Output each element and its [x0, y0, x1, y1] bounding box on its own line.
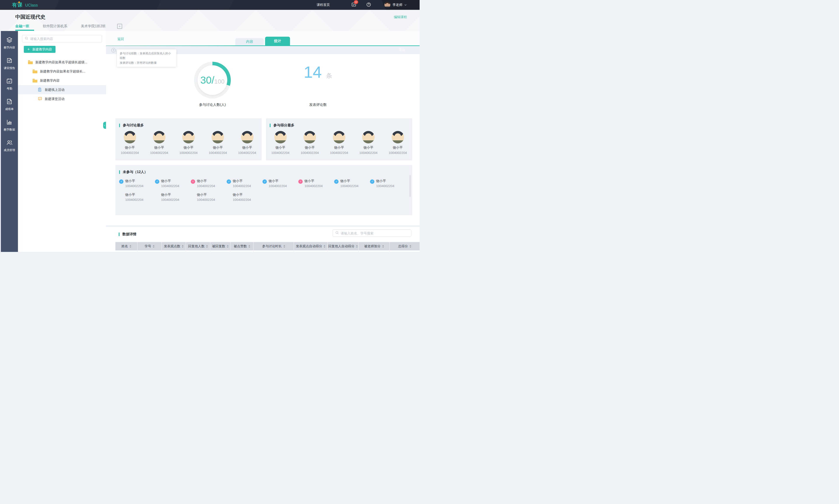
table-header-cell[interactable]: 回复他人自动得分 — [328, 242, 359, 250]
student-name: 饶小平 — [125, 146, 135, 150]
details-search-input[interactable] — [341, 231, 409, 235]
student-id: 1004002204 — [301, 151, 319, 155]
back-link[interactable]: 返回 — [117, 37, 124, 41]
student-list-item[interactable]: 饶小平 1004002204 — [230, 193, 266, 201]
table-header-cell[interactable]: 被老师加分 — [359, 242, 390, 250]
student-list-item[interactable]: 饶小平 1004002204 — [159, 193, 194, 201]
gender-badge: ♂ — [334, 179, 339, 184]
tab-content[interactable]: 内容 — [235, 38, 264, 46]
chevron-down-icon[interactable] — [404, 3, 407, 6]
student-list-item[interactable]: ♂ 饶小平 1004002204 — [123, 179, 159, 188]
student-list-item[interactable]: ♂ 饶小平 1004002204 — [338, 179, 374, 188]
discussion-donut-chart: 30 / 100 — [194, 62, 231, 98]
column-label: 回复他人自动得分 — [328, 244, 355, 248]
student-avatar — [182, 131, 195, 143]
not-participated-card: 未参与（12人） ♂ 饶小平 1004002204 — [115, 165, 412, 215]
student-card[interactable]: 饶小平 1004002204 — [149, 131, 169, 155]
sort-icon — [249, 245, 250, 248]
student-id: 1004002204 — [209, 151, 227, 155]
column-label: 发表观点数 — [164, 244, 180, 248]
class-tab-2[interactable]: 美术学院1班2班 — [81, 24, 106, 29]
student-name: 饶小平 — [161, 179, 179, 183]
stats-help-icon[interactable]: ? — [111, 48, 116, 52]
student-list-item[interactable]: ♂ 饶小平 1004002204 — [266, 179, 302, 188]
student-card[interactable]: 饶小平 1004002204 — [208, 131, 228, 155]
student-list-item[interactable]: ♀ 饶小平 1004002204 — [302, 179, 338, 188]
student-id: 1004002204 — [271, 151, 289, 155]
app-logo[interactable]: 有课 UClass — [12, 1, 38, 8]
export-button[interactable]: 导出 — [399, 48, 405, 52]
user-avatar[interactable] — [384, 2, 390, 8]
table-cell — [230, 250, 254, 252]
edit-course-link[interactable]: 编辑课程 — [394, 15, 407, 19]
tree-search-input[interactable] — [30, 37, 100, 41]
student-list-item[interactable]: ♂ 饶小平 1004002204 — [374, 179, 410, 188]
section-title: 参与得分最多 — [273, 123, 294, 128]
table-header-cell[interactable]: 参与讨论时长 — [254, 242, 294, 250]
student-name: 饶小平 — [125, 193, 143, 197]
sidebar-item-teaching-content[interactable]: 教学内容 — [4, 37, 15, 50]
tree-node-class-activity[interactable]: 新建课堂活动 — [18, 94, 106, 104]
notifications-button[interactable]: 12 — [351, 2, 357, 8]
student-name: 饶小平 — [269, 179, 287, 183]
student-name: 饶小平 — [125, 179, 143, 183]
section-title: 数据详情 — [122, 232, 136, 237]
student-list-item[interactable]: ♂ 饶小平 1004002204 — [230, 179, 266, 188]
nav-course-home[interactable]: 课程首页 — [317, 3, 330, 7]
tree-node-folder-1[interactable]: 新建教学内容如果名字超级长... — [18, 67, 106, 76]
student-avatar — [333, 131, 345, 143]
table-cell — [390, 250, 420, 252]
student-card[interactable]: 饶小平 1004002204 — [270, 131, 290, 155]
table-header-cell[interactable]: 学号 — [137, 242, 162, 250]
student-list-item[interactable]: 饶小平 1004002204 — [123, 193, 159, 201]
class-tab-0[interactable]: 金融一班 — [15, 24, 29, 29]
student-list-item[interactable]: 饶小平 1004002204 — [194, 193, 230, 201]
report-icon — [6, 57, 13, 65]
section-accent-bar — [119, 170, 120, 174]
tree-node-online-activity[interactable]: 新建线上活动 — [18, 85, 106, 94]
sidebar-item-teaching-data[interactable]: 教学数据 — [4, 119, 15, 132]
student-id: 1004002204 — [233, 184, 251, 188]
help-button[interactable] — [366, 2, 371, 8]
student-list-item[interactable]: ♂ 饶小平 1004002204 — [159, 179, 194, 188]
add-class-button[interactable]: + — [117, 24, 122, 29]
student-card[interactable]: 饶小平 1004002204 — [388, 131, 408, 155]
table-header-cell[interactable]: 发表观点数 — [162, 242, 186, 250]
student-card[interactable]: 饶小平 1004002204 — [120, 131, 140, 155]
student-name: 饶小平 — [340, 179, 358, 183]
tree-node-folder-2[interactable]: 新建教学内容 — [18, 76, 106, 85]
search-icon — [335, 231, 339, 235]
vertical-scrollbar[interactable] — [409, 175, 411, 197]
tab-statistics[interactable]: 统计 — [265, 37, 290, 46]
section-title: 参与讨论最多 — [123, 123, 144, 128]
table-header-cell[interactable]: 被回复数 — [210, 242, 230, 250]
sidebar-item-members[interactable]: 成员管理 — [4, 139, 15, 152]
sidebar-item-class-report[interactable]: 课堂报告 — [4, 57, 15, 70]
student-card[interactable]: 饶小平 1004002204 — [358, 131, 378, 155]
top-score-students: 饶小平 1004002204 饶小平 1004002204 — [266, 131, 412, 155]
student-id: 1004002204 — [238, 151, 256, 155]
student-card[interactable]: 饶小平 1004002204 — [237, 131, 257, 155]
table-header-cell[interactable]: 发表观点自动得分 — [294, 242, 328, 250]
student-card[interactable]: 饶小平 1004002204 — [178, 131, 199, 155]
student-card[interactable]: 饶小平 1004002204 — [329, 131, 349, 155]
table-header-cell[interactable]: 被点赞数 — [230, 242, 254, 250]
tooltip-line-1: 参与讨论组数：发表观点或回复他人的小组数 — [120, 51, 173, 60]
student-name: 饶小平 — [363, 146, 373, 150]
table-header-cell[interactable]: 总得分 — [390, 242, 420, 250]
student-name: 饶小平 — [276, 146, 286, 150]
student-name: 饶小平 — [334, 146, 344, 150]
table-header-cell[interactable]: 回复他人数 — [186, 242, 210, 250]
sort-icon — [153, 245, 155, 248]
tree-node-folder-0[interactable]: 新建教学内容如果名字超级长超级... — [18, 58, 106, 67]
sidebar-item-gradebook[interactable]: A+ 成绩单 — [5, 98, 14, 111]
student-id: 1004002204 — [197, 198, 215, 201]
student-card[interactable]: 饶小平 1004002204 — [299, 131, 320, 155]
user-name[interactable]: 李老师 — [393, 3, 403, 7]
sidebar-item-attendance[interactable]: 考勤 — [6, 78, 13, 91]
new-teaching-content-button[interactable]: + 新建教学内容 — [24, 46, 55, 53]
student-list-item[interactable]: ♀ 饶小平 1004002204 — [194, 179, 230, 188]
table-header-cell[interactable]: 姓名 — [115, 242, 137, 250]
collapse-panel-handle[interactable]: ‹ — [103, 122, 106, 129]
class-tab-1[interactable]: 软件院计算机系 — [43, 24, 67, 29]
